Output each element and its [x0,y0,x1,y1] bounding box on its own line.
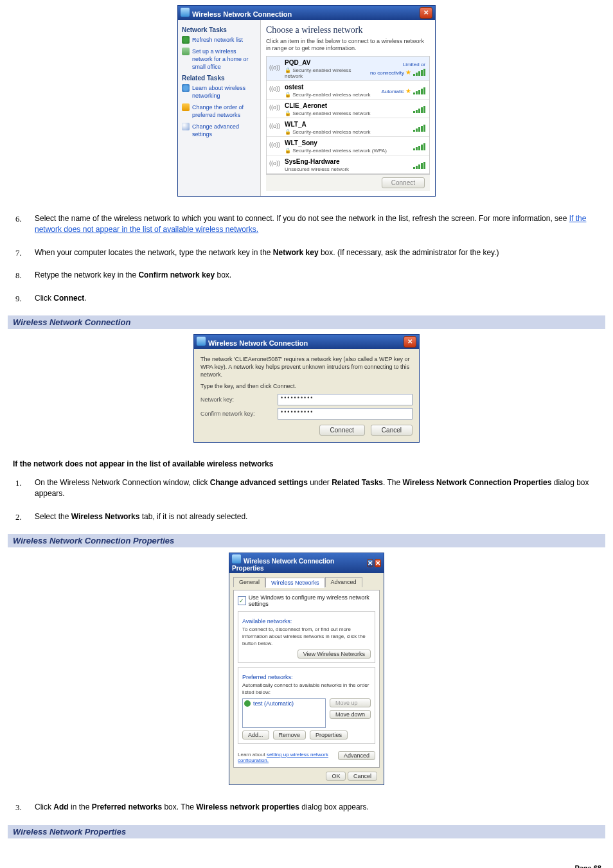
network-name: WLT_Sony [285,139,407,146]
tab-strip: General Wireless Networks Advanced [233,577,380,587]
close-icon[interactable] [375,559,381,567]
signal-icon [271,160,281,170]
advanced-button[interactable]: Advanced [338,751,375,760]
signal-icon [271,104,281,114]
tab-general[interactable]: General [233,577,265,587]
setup-icon [182,48,190,55]
window-titlebar: Wireless Network Connection [178,6,435,20]
network-security-label: Security-enabled wireless network [285,92,377,98]
key-dialog-hint: Type the key, and then click Connect. [200,382,413,390]
app-icon [181,8,190,17]
page-number: Page 68 [8,864,605,868]
network-name: CLIE_Aeronet [285,102,407,109]
window-title: Wireless Network Connection Properties [232,558,334,572]
caption-connection-properties: Wireless Network Connection Properties [8,534,605,547]
window-title: Wireless Network Connection [208,339,308,347]
caption-wireless-connection: Wireless Network Connection [8,315,605,329]
order-icon [182,103,190,111]
task-change-advanced[interactable]: Change advanced settings [182,123,256,138]
signal-bars-icon [411,162,425,170]
cancel-button[interactable]: Cancel [348,772,377,781]
view-wireless-button[interactable]: View Wireless Networks [298,650,371,659]
tab-advanced[interactable]: Advanced [325,577,362,587]
caption-network-properties: Wireless Network Properties [8,825,605,838]
instruction-steps-b: 1. On the Wireless Network Connection wi… [8,477,605,522]
move-down-button[interactable]: Move down [330,710,371,719]
screenshot-network-key-dialog: Wireless Network Connection The network … [193,334,420,443]
preferred-networks-listbox[interactable]: test (Automatic) [242,698,326,728]
network-security-label: Unsecured wireless network [285,166,407,172]
choose-network-heading: Choose a wireless network [266,25,430,35]
network-list-item[interactable]: PQD_AVSecurity-enabled wireless networkL… [267,57,429,80]
add-button[interactable]: Add... [242,731,269,740]
signal-bars-icon [411,87,425,95]
network-status-right [411,142,425,151]
network-security-label: Security-enabled wireless network [285,129,407,135]
step-c3-text: Click Add in the Preferred networks box.… [35,802,369,811]
remove-button[interactable]: Remove [273,731,306,740]
preferred-networks-label: Preferred networks: [242,674,371,680]
network-list-item[interactable]: ostestSecurity-enabled wireless networkA… [267,80,429,99]
available-networks-list: PQD_AVSecurity-enabled wireless networkL… [266,56,430,174]
subheading-not-listed: If the network does not appear in the li… [13,459,600,468]
tab-wireless-networks[interactable]: Wireless Networks [265,578,325,588]
list-item: test (Automatic) [244,700,324,707]
network-list-item[interactable]: CLIE_AeronetSecurity-enabled wireless ne… [267,99,429,118]
related-tasks-header: Related Tasks [182,75,256,82]
network-security-label: Security-enabled wireless network [285,67,366,79]
network-security-label: Security-enabled wireless network [285,111,407,116]
signal-bars-icon [411,69,425,76]
network-key-field[interactable]: •••••••••• [278,394,413,405]
preferred-networks-hint: Automatically connect to available netwo… [242,682,371,696]
network-list-item[interactable]: WLT_ASecurity-enabled wireless network [267,118,429,136]
task-refresh-network-list[interactable]: Refresh network list [182,36,256,44]
task-setup-wireless[interactable]: Set up a wireless network for a home or … [182,48,256,71]
task-change-order[interactable]: Change the order of preferred networks [182,103,256,119]
screenshot-choose-network: Wireless Network Connection Network Task… [177,5,436,197]
window-title: Wireless Network Connection [192,10,292,18]
network-status-right: Automatic★ [381,86,425,95]
network-tasks-header: Network Tasks [182,26,256,33]
network-list-item[interactable]: SysEng-HardwareUnsecured wireless networ… [267,155,429,173]
step-7-text: When your computer locates the network, … [35,248,499,257]
signal-bars-icon [411,125,425,132]
network-status-icon [244,700,251,707]
step-b2-text: Select the Wireless Networks tab, if it … [35,512,247,521]
properties-button[interactable]: Properties [310,731,348,740]
network-name: SysEng-Hardware [285,158,407,165]
step-6-text: Select the name of the wireless network … [35,214,586,234]
move-up-button[interactable]: Move up [330,698,371,707]
signal-bars-icon [411,106,425,114]
advanced-icon [182,123,190,130]
confirm-key-label: Confirm network key: [200,411,278,417]
network-name: ostest [285,84,377,91]
app-icon [232,554,241,563]
step-b1-text: On the Wireless Network Connection windo… [35,478,589,498]
ok-button[interactable]: OK [326,772,346,781]
network-status-right [411,105,425,114]
signal-icon [271,141,281,152]
cancel-button[interactable]: Cancel [371,425,413,436]
task-learn-wireless[interactable]: Learn about wireless networking [182,84,256,100]
close-icon[interactable] [404,336,416,348]
network-status-right [411,123,425,132]
connect-button[interactable]: Connect [382,177,425,188]
star-icon: ★ [405,69,411,76]
app-icon [197,337,206,346]
instruction-steps-a: 6. Select the name of the wireless netwo… [8,213,605,304]
instruction-steps-c: 3. Click Add in the Preferred networks b… [8,802,605,813]
signal-bars-icon [411,143,425,151]
network-list-item[interactable]: WLT_SonySecurity-enabled wireless networ… [267,136,429,155]
network-security-label: Security-enabled wireless network (WPA) [285,148,407,154]
network-status-right [411,161,425,170]
signal-icon [271,85,281,96]
connect-button[interactable]: Connect [319,425,365,436]
close-icon[interactable] [420,7,432,19]
help-icon[interactable] [367,559,373,567]
confirm-key-field[interactable]: •••••••••• [278,408,413,420]
network-name: WLT_A [285,121,407,128]
use-windows-checkbox[interactable] [238,596,246,605]
signal-icon [271,123,281,133]
available-networks-label: Available networks: [242,618,371,624]
learn-link-row: Learn about setting up wireless network … [238,752,334,763]
